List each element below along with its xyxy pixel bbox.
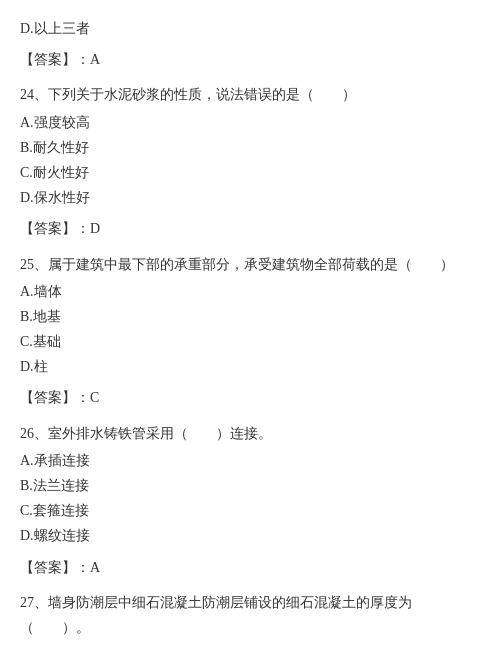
question-25-option-a: A.墙体: [20, 279, 480, 304]
question-27-text: 27、墙身防潮层中细石混凝土防潮层铺设的细石混凝土的厚度为（ ）。: [20, 590, 480, 640]
question-24-option-d: D.保水性好: [20, 185, 480, 210]
answer-text: 【答案】：A: [20, 52, 100, 67]
question-26-option-d: D.螺纹连接: [20, 523, 480, 548]
question-24-option-b: B.耐久性好: [20, 135, 480, 160]
question-24-text: 24、下列关于水泥砂浆的性质，说法错误的是（ ）: [20, 82, 480, 107]
question-25-option-c: C.基础: [20, 329, 480, 354]
question-27: 27、墙身防潮层中细石混凝土防潮层铺设的细石混凝土的厚度为（ ）。 A.40mm…: [20, 590, 480, 647]
question-27-option-a: A.40mm: [20, 642, 480, 647]
answer-text: 【答案】：A: [20, 560, 100, 575]
answer-25: 【答案】：C: [20, 385, 480, 410]
question-26: 26、室外排水铸铁管采用（ ）连接。 A.承插连接 B.法兰连接 C.套箍连接 …: [20, 421, 480, 549]
question-26-option-a: A.承插连接: [20, 448, 480, 473]
answer-23: 【答案】：A: [20, 47, 480, 72]
question-24-option-a: A.强度较高: [20, 110, 480, 135]
answer-text: 【答案】：C: [20, 390, 99, 405]
question-24: 24、下列关于水泥砂浆的性质，说法错误的是（ ） A.强度较高 B.耐久性好 C…: [20, 82, 480, 210]
option-text: D.以上三者: [20, 21, 90, 36]
question-26-text: 26、室外排水铸铁管采用（ ）连接。: [20, 421, 480, 446]
question-26-option-b: B.法兰连接: [20, 473, 480, 498]
answer-26: 【答案】：A: [20, 555, 480, 580]
option-d-continuation: D.以上三者: [20, 16, 480, 41]
question-24-option-c: C.耐火性好: [20, 160, 480, 185]
question-25: 25、属于建筑中最下部的承重部分，承受建筑物全部荷载的是（ ） A.墙体 B.地…: [20, 252, 480, 380]
page-content: D.以上三者 【答案】：A 24、下列关于水泥砂浆的性质，说法错误的是（ ） A…: [20, 16, 480, 647]
answer-24: 【答案】：D: [20, 216, 480, 241]
question-25-text: 25、属于建筑中最下部的承重部分，承受建筑物全部荷载的是（ ）: [20, 252, 480, 277]
question-25-option-b: B.地基: [20, 304, 480, 329]
question-25-option-d: D.柱: [20, 354, 480, 379]
answer-text: 【答案】：D: [20, 221, 100, 236]
question-26-option-c: C.套箍连接: [20, 498, 480, 523]
